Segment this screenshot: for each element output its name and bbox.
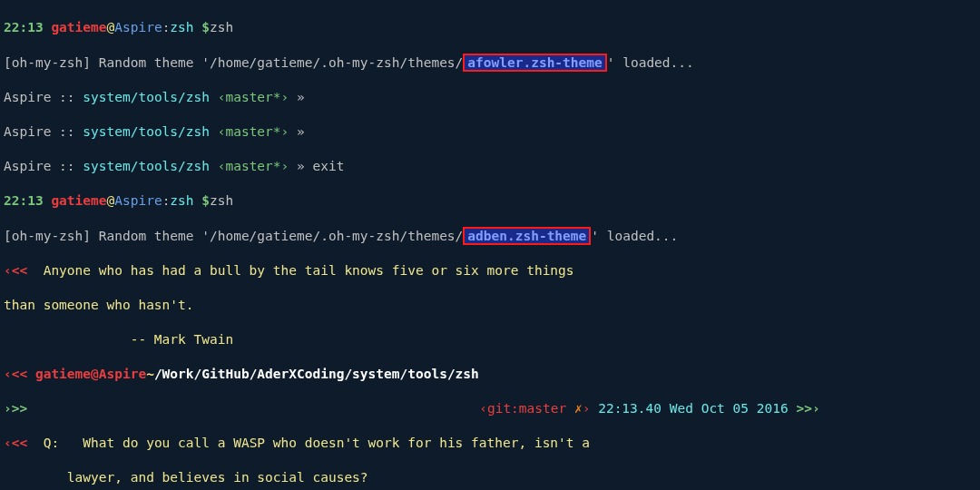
cwd: /Work/GitHub/AderXCoding/system/tools/zs… [154,367,479,381]
git-branch: ‹master*› [218,90,289,104]
adben-path-line: ‹<< gatieme@Aspire~/Work/GitHub/AderXCod… [4,366,976,383]
afowler-prompt-exit: Aspire :: system/tools/zsh ‹master*› » e… [4,158,976,175]
joke-q: lawyer, and believes in social causes? [4,469,976,486]
quote-line: ‹<< Anyone who has had a bull by the tai… [4,262,976,279]
theme-highlight: afowler.zsh-theme [463,54,606,72]
quote-attrib: -- Mark Twain [4,331,976,348]
timestamp: 22:13.40 Wed Oct 05 2016 [590,401,788,416]
afowler-prompt: Aspire :: system/tools/zsh ‹master*› » [4,123,976,141]
git-status: ‹git:master [479,401,574,416]
at: @ [107,20,115,34]
prompt-line: 22:13 gatieme@Aspire:zsh $zsh [4,192,976,210]
prompt-line: 22:13 gatieme@Aspire:zsh $zsh [4,19,976,36]
time: 22:13 [4,20,44,34]
typed-cmd: zsh [210,20,233,34]
adben-prompt: ›>>‹git:master ✗› 22:13.40 Wed Oct 05 20… [4,400,976,417]
omz-load-line: [oh-my-zsh] Random theme '/home/gatieme/… [4,227,976,245]
git-dirty-icon: ✗ [574,401,583,416]
theme-highlight: adben.zsh-theme [463,227,591,245]
omz-load-line: [oh-my-zsh] Random theme '/home/gatieme/… [4,54,976,72]
afowler-prompt: Aspire :: system/tools/zsh ‹master*› » [4,89,976,106]
quote-line: than someone who hasn't. [4,297,976,314]
host: Aspire [114,20,162,34]
terminal-screen[interactable]: 22:13 gatieme@Aspire:zsh $zsh [oh-my-zsh… [0,0,980,490]
user: gatieme [51,20,106,34]
joke-q: ‹<< Q: What do you call a WASP who doesn… [4,435,976,452]
exit-cmd: exit [305,159,345,173]
